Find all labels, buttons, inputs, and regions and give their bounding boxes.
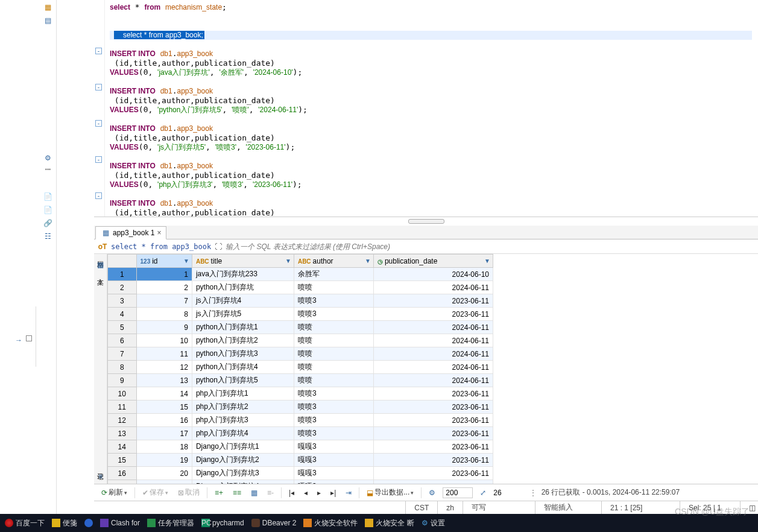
status-message: 26 行已获取 - 0.001s, 2024-06-11 22:59:07 [542, 487, 680, 498]
run-sql-icon[interactable]: ▦ [43, 2, 53, 12]
last-page-icon[interactable]: ▸| [328, 487, 338, 498]
next-page-icon[interactable]: ▸ [315, 487, 323, 498]
chevron-down-icon[interactable]: ▼ [183, 258, 189, 264]
taskbar-taskmgr[interactable]: 任务管理器 [147, 518, 194, 528]
grid-settings-icon[interactable]: ▦ [248, 487, 260, 498]
table-row[interactable]: 1418Django入门到弃坑1嘎嘎32023-06-11 [108, 440, 493, 454]
sql-icon: oT [98, 242, 107, 252]
taskbar-fire1[interactable]: 火烧安全软件 [303, 518, 358, 528]
table-row[interactable]: 913python入门到弃坑5喷喷2024-06-11 [108, 374, 493, 387]
table-row[interactable]: 11java入门到弃坑233余胜军2024-06-10 [108, 268, 493, 281]
table-row[interactable]: 1519Django入门到弃坑2嘎嘎32023-06-11 [108, 454, 493, 467]
rowhead-corner[interactable] [108, 255, 137, 268]
gear-icon[interactable]: ⚙ [43, 153, 53, 163]
result-tab[interactable]: ▦ app3_book 1 × [95, 226, 166, 239]
add-row-icon[interactable]: ≡+ [212, 487, 226, 498]
table-row[interactable]: 1317php入门到弃坑4喷喷32023-06-11 [108, 427, 493, 440]
result-grid[interactable]: 123id▼ ABCtitle▼ ABCauthor▼ ◷publication… [107, 254, 758, 484]
result-toolbar: ⟳刷新 ▾ ✔保存 ▾ ⊠取消 ≡+ ≡≡ ▦ ≡- |◂ ◂ ▸ ▸| ⇥ ⬓… [94, 484, 758, 501]
editor-vertical-toolbar: ▦ ▤ ⚙ ••• 📄 📄 🔗 ☷ [40, 0, 57, 514]
table-row[interactable]: 48js入门到弃坑5喷喷32023-06-11 [108, 308, 493, 321]
export-button[interactable]: ⬓导出数据... ▾ [364, 486, 416, 499]
record-icon[interactable]: ≡ [96, 472, 106, 481]
left-panel: → [0, 306, 36, 367]
chevron-down-icon[interactable]: ▼ [365, 258, 371, 264]
table-row[interactable]: 1620Django入门到弃坑3嘎嘎32023-06-11 [108, 467, 493, 480]
column-pubdate-header[interactable]: ◷publication_date▼ [373, 255, 493, 268]
taskbar-notes[interactable]: 便箋 [52, 518, 77, 528]
stats-icon[interactable]: ⤢ [478, 487, 488, 498]
del-row-icon[interactable]: ≡- [265, 487, 276, 498]
column-id-header[interactable]: 123id▼ [136, 255, 192, 268]
minimize-icon[interactable]: → [14, 335, 24, 345]
fold-toggle-icon[interactable]: - [95, 156, 102, 163]
result-tabbar: ▦ app3_book 1 × [94, 226, 758, 239]
tree-icon[interactable]: ☷ [43, 232, 53, 241]
result-tab-label: app3_book 1 [113, 229, 154, 237]
save-button[interactable]: ✔保存 ▾ [140, 486, 171, 499]
table-row[interactable]: 1115php入门到弃坑2喷喷32023-06-11 [108, 401, 493, 414]
more-icon[interactable]: ••• [45, 166, 51, 173]
tab-close-icon[interactable]: × [157, 229, 161, 237]
taskbar-fire2[interactable]: 火烧安全 断 [365, 518, 414, 528]
fold-toggle-icon[interactable]: - [95, 192, 102, 199]
fold-toggle-icon[interactable]: - [95, 48, 102, 54]
table-row[interactable]: 22python入门到弃坑喷喷2024-06-11 [108, 281, 493, 294]
taskbar-pycharm[interactable]: PCpycharmd [201, 519, 244, 527]
expand-icon[interactable]: ⛶ [215, 242, 222, 251]
status-lang: zh [437, 501, 463, 514]
table-row[interactable]: 610python入门到弃坑2喷喷2024-06-11 [108, 334, 493, 347]
first-page-icon[interactable]: |◂ [286, 487, 297, 498]
grid-view-icon[interactable]: ▦ [96, 260, 106, 270]
taskbar-dbeaver[interactable]: DBeaver 2 [251, 519, 297, 527]
column-title-header[interactable]: ABCtitle▼ [192, 255, 294, 268]
refresh-button[interactable]: ⟳刷新 ▾ [99, 486, 130, 499]
status-mode: 可写 [463, 501, 535, 514]
prev-page-icon[interactable]: ◂ [302, 487, 310, 498]
table-icon: ▦ [101, 228, 110, 238]
taskbar-clash2[interactable]: Clash for [100, 519, 140, 527]
file-add-icon[interactable]: 📄 [43, 192, 53, 201]
sash-handle[interactable] [94, 217, 758, 226]
taskbar: 百度一下 便箋 Clash for 任务管理器 PCpycharmd DBeav… [0, 514, 758, 532]
taskbar-settings[interactable]: ⚙设置 [422, 518, 445, 528]
taskbar-baidu[interactable]: 百度一下 [5, 518, 45, 528]
file-lock-icon[interactable]: 📄 [43, 205, 53, 215]
table-row[interactable]: 1014php入门到弃坑1喷喷32023-06-11 [108, 387, 493, 401]
dup-row-icon[interactable]: ≡≡ [230, 487, 244, 498]
status-corner-icon[interactable]: ◫ [740, 501, 758, 514]
run-script-icon[interactable]: ▤ [43, 16, 53, 25]
chevron-down-icon[interactable]: ▼ [484, 258, 490, 264]
page-size-input[interactable] [443, 487, 473, 498]
restore-icon[interactable] [26, 335, 32, 341]
table-row[interactable]: 1216php入门到弃坑3喷喷32023-06-11 [108, 414, 493, 427]
taskbar-clash[interactable] [84, 519, 93, 527]
fold-toggle-icon[interactable]: - [95, 120, 102, 127]
status-tz: CST [405, 501, 437, 514]
grid-left-tools: 网格 ▦ 文本 记录 ≡ [94, 254, 107, 484]
cancel-button[interactable]: ⊠取消 [175, 486, 202, 499]
row-count-value: 26 [493, 489, 501, 497]
sql-editor[interactable]: ----- select * from mechanism_state; sel… [94, 0, 758, 217]
status-insert: 智能插入 [535, 501, 601, 514]
link-icon[interactable]: 🔗 [43, 218, 53, 228]
filter-input[interactable] [226, 242, 491, 251]
auto-fetch-icon[interactable]: ⇥ [343, 487, 354, 498]
settings-gear-icon[interactable]: ⚙ [426, 487, 438, 498]
filter-sql-text: select * from app3_book [111, 242, 211, 251]
column-author-header[interactable]: ABCauthor▼ [294, 255, 373, 268]
table-row[interactable]: 812python入门到弃坑4喷喷2024-06-11 [108, 361, 493, 374]
status-sel: Sel: 25 | 1 [680, 501, 740, 514]
filter-bar: oT select * from app3_book ⛶ [94, 239, 758, 254]
table-row[interactable]: 711python入门到弃坑3喷喷2024-06-11 [108, 347, 493, 361]
fold-toggle-icon[interactable]: - [95, 84, 102, 90]
chevron-down-icon[interactable]: ▼ [285, 258, 291, 264]
table-row[interactable]: 59python入门到弃坑1喷喷2024-06-11 [108, 321, 493, 334]
status-bar: CST zh 可写 智能插入 21 : 1 [25] Sel: 25 | 1 ◫ [94, 501, 758, 514]
status-cursor: 21 : 1 [25] [601, 501, 680, 514]
table-row[interactable]: 37js入门到弃坑4喷喷32023-06-11 [108, 294, 493, 308]
